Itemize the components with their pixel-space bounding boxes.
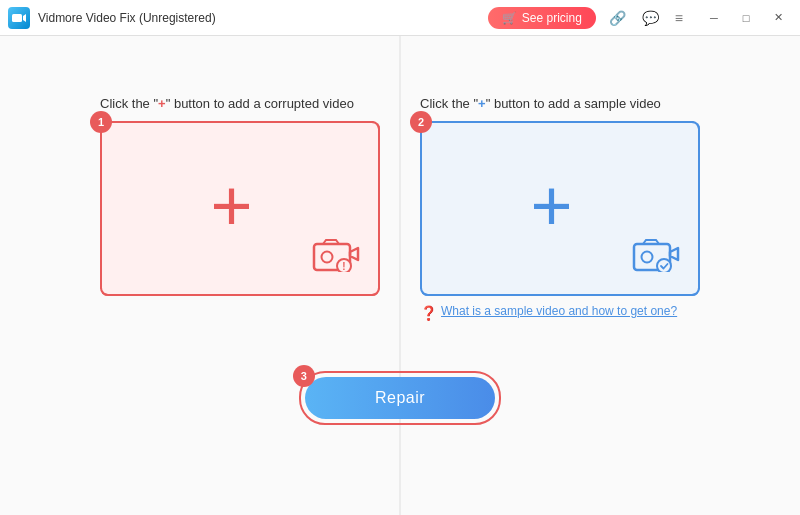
window-controls: ─ □ ✕ [700, 8, 792, 28]
minimize-button[interactable]: ─ [700, 8, 728, 28]
link-icon[interactable]: 🔗 [606, 8, 629, 28]
svg-marker-1 [23, 14, 26, 22]
sample-video-link[interactable]: What is a sample video and how to get on… [441, 304, 677, 318]
right-panel-wrapper: Click the "+" button to add a sample vid… [420, 96, 700, 321]
repair-btn-border: 3 Repair [299, 371, 501, 425]
step-badge-2: 2 [410, 111, 432, 133]
right-plus-text: + [478, 96, 486, 111]
repair-button-wrapper: 3 Repair [299, 371, 501, 425]
center-divider [400, 36, 401, 515]
left-upload-box[interactable]: 1 + ! [100, 121, 380, 296]
menu-icon[interactable]: ≡ [672, 8, 686, 28]
left-camera-icon: ! [312, 236, 360, 276]
title-bar: Vidmore Video Fix (Unregistered) 🛒 See p… [0, 0, 800, 36]
see-pricing-label: See pricing [522, 11, 582, 25]
see-pricing-button[interactable]: 🛒 See pricing [488, 7, 596, 29]
left-panel-wrapper: Click the "+" button to add a corrupted … [100, 96, 380, 321]
cart-icon: 🛒 [502, 11, 517, 25]
step-badge-1: 1 [90, 111, 112, 133]
svg-point-7 [642, 252, 653, 263]
title-bar-left: Vidmore Video Fix (Unregistered) [8, 7, 216, 29]
svg-rect-0 [12, 14, 22, 22]
svg-text:!: ! [342, 261, 345, 272]
close-button[interactable]: ✕ [764, 8, 792, 28]
left-plus-text: + [158, 96, 166, 111]
maximize-button[interactable]: □ [732, 8, 760, 28]
app-title: Vidmore Video Fix (Unregistered) [38, 11, 216, 25]
left-panel-label: Click the "+" button to add a corrupted … [100, 96, 354, 111]
right-panel-label: Click the "+" button to add a sample vid… [420, 96, 661, 111]
repair-button[interactable]: Repair [305, 377, 495, 419]
step-badge-3: 3 [293, 365, 315, 387]
right-upload-box[interactable]: 2 + [420, 121, 700, 296]
title-bar-right: 🛒 See pricing 🔗 💬 ≡ ─ □ ✕ [488, 7, 792, 29]
left-plus-icon: + [211, 169, 253, 241]
right-camera-icon [632, 236, 680, 276]
sample-link-area: ❓ What is a sample video and how to get … [420, 304, 677, 321]
right-plus-icon: + [531, 169, 573, 241]
svg-point-3 [322, 252, 333, 263]
question-icon: ❓ [420, 305, 437, 321]
main-content: Click the "+" button to add a corrupted … [0, 36, 800, 515]
app-logo [8, 7, 30, 29]
chat-icon[interactable]: 💬 [639, 8, 662, 28]
svg-point-8 [657, 259, 671, 272]
